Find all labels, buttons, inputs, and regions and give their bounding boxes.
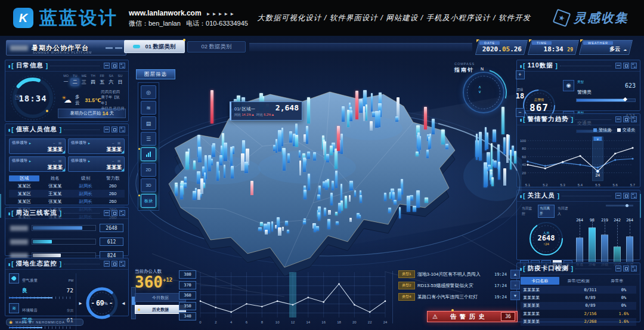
data-spike: [370, 121, 373, 130]
layer-button-list[interactable]: ☰: [141, 132, 156, 146]
card-options-icon[interactable]: ‒ ⊠: [112, 159, 122, 163]
zoom-in-button[interactable]: +: [516, 70, 525, 79]
window-icon[interactable]: [623, 116, 629, 122]
card-options-icon[interactable]: ‒ ⊠: [112, 141, 122, 145]
tab-data-category-2[interactable]: 02 数据类别: [187, 41, 246, 53]
alert-down-icon[interactable]: ▼: [510, 291, 520, 300]
alert-type-tag: 类型4: [398, 293, 415, 301]
weekday-en: TH: [88, 74, 97, 78]
expand-icon[interactable]: [119, 210, 125, 216]
weekday-cn[interactable]: 六: [107, 78, 116, 86]
expand-icon[interactable]: [631, 116, 637, 122]
data-spike: [363, 106, 365, 121]
cell: 副局长: [70, 183, 101, 189]
zoom-out-button[interactable]: −: [516, 108, 525, 117]
focus-tab[interactable]: 当日进入: [556, 205, 572, 218]
window-icon[interactable]: [623, 193, 629, 199]
minimize-icon[interactable]: [615, 193, 621, 199]
data-spike: [494, 161, 497, 168]
type-value: 623: [625, 82, 636, 89]
data-spike: [349, 181, 353, 190]
layer-button-2d[interactable]: 2D: [141, 163, 156, 177]
weekday-cn[interactable]: 三: [79, 78, 88, 86]
minimize-icon[interactable]: [615, 266, 621, 272]
checkpoint-name: 某某某某: [521, 295, 569, 301]
checkpoint-detect: 0/311: [569, 288, 611, 292]
site-header: K 蓝蓝设计 www.lanlanwork.com►►►►► 微信：ben_la…: [0, 0, 644, 36]
alert-row[interactable]: 类型4某路口有小汽车连闯三个红灯19:24: [398, 292, 507, 301]
flow-value: 2648: [100, 224, 123, 232]
minimize-icon[interactable]: [104, 63, 110, 69]
data-spike: [398, 189, 401, 201]
svg-text:20: 20: [522, 171, 526, 175]
minimize-icon[interactable]: [615, 116, 621, 122]
expand-icon[interactable]: [119, 127, 125, 132]
checkpoint-header-1[interactable]: 异常/已检测: [559, 277, 598, 285]
data-spike: [336, 221, 339, 225]
expand-icon[interactable]: [631, 266, 637, 272]
weekday-cn[interactable]: 一: [61, 78, 70, 86]
weekday-cn[interactable]: 四: [88, 78, 97, 86]
minimize-icon[interactable]: [104, 210, 110, 216]
site-url[interactable]: www.lanlanwork.com: [129, 9, 202, 17]
office-line-chart: 024681012141618202224: [198, 270, 388, 327]
time-label: TIME: [532, 41, 552, 45]
window-icon[interactable]: [112, 210, 117, 216]
focus-tab[interactable]: 当日离开: [538, 205, 555, 218]
card-options-icon[interactable]: ‒ ⊠: [53, 159, 63, 163]
expand-icon[interactable]: [631, 193, 637, 199]
window-icon[interactable]: [623, 266, 629, 272]
weekday-cn[interactable]: 五: [98, 78, 107, 86]
weekday-cn[interactable]: 日: [116, 78, 125, 86]
data-spike: [306, 126, 309, 144]
phone-number: 010-63334945: [206, 20, 248, 27]
gauge-left-arrow[interactable]: ►: [78, 301, 83, 306]
layer-button-block[interactable]: 板块: [141, 194, 156, 208]
data-spike: [338, 203, 341, 213]
layer-button-3d[interactable]: 3D: [141, 178, 156, 192]
layer-button-signal[interactable]: ≋: [141, 101, 156, 115]
layer-button-monitor[interactable]: ▤: [141, 116, 156, 130]
minimize-icon[interactable]: [104, 261, 110, 267]
alert-row[interactable]: 类型2RD13-53烟感报警疑似火灾17:24: [398, 281, 507, 290]
gauge-right-arrow[interactable]: ◄: [121, 301, 126, 306]
minimize-icon[interactable]: [104, 127, 110, 132]
focus-tab[interactable]: 当日监控: [520, 205, 537, 218]
svg-text:2: 2: [215, 320, 217, 324]
minimize-icon[interactable]: [615, 63, 621, 69]
legend-label: 交通类: [623, 127, 635, 133]
duty-role: 值班领导: [71, 158, 86, 164]
expand-icon[interactable]: [119, 63, 125, 69]
layer-button-location[interactable]: ◎: [141, 85, 156, 99]
corner-accent: [62, 168, 65, 171]
card-options-icon[interactable]: ‒ ⊠: [53, 141, 63, 145]
weekday-cn[interactable]: 二: [70, 78, 79, 86]
notice-banner: 暑期办公已开始14天: [58, 109, 126, 118]
weather-text: 多云: [75, 94, 83, 106]
window-icon[interactable]: [112, 127, 117, 132]
expand-icon[interactable]: [631, 63, 637, 69]
bars-scrollbar[interactable]: [606, 205, 633, 206]
highlight-spike: [355, 91, 358, 119]
compass-ring[interactable]: [463, 72, 504, 113]
alert-up-icon[interactable]: ▲: [510, 270, 520, 279]
inspiration-collect[interactable]: ★ 灵感收集: [555, 10, 628, 26]
window-icon[interactable]: [112, 261, 117, 267]
alert-history-button[interactable]: ⚠ 告警历史 36: [427, 311, 518, 322]
alert-dot-icon[interactable]: ●: [510, 280, 520, 289]
data-spike: [335, 212, 338, 215]
history-count-badge: 36: [501, 312, 515, 321]
expand-icon[interactable]: [119, 261, 125, 267]
checkpoint-header-0[interactable]: 卡口名称: [521, 277, 559, 285]
alert-row[interactable]: 类型1湿地3-104片区有不明人员闯入19:24: [398, 270, 507, 279]
compass-pan-icon[interactable]: ∧∨: [478, 85, 481, 94]
window-icon[interactable]: [623, 63, 629, 69]
window-icon[interactable]: [112, 63, 117, 69]
contact-info: www.lanlanwork.com►►►►► 微信：ben_lanlan 电话…: [129, 8, 248, 29]
speaker-icon: ≋: [9, 303, 19, 313]
tab-data-category-1[interactable]: 01 数据类别: [124, 40, 185, 53]
layer-button-chart[interactable]: [141, 147, 156, 161]
checkpoint-rate: 1.6%: [611, 312, 636, 316]
checkpoint-header-2[interactable]: 异常率: [597, 277, 636, 285]
data-spike: [328, 210, 332, 215]
